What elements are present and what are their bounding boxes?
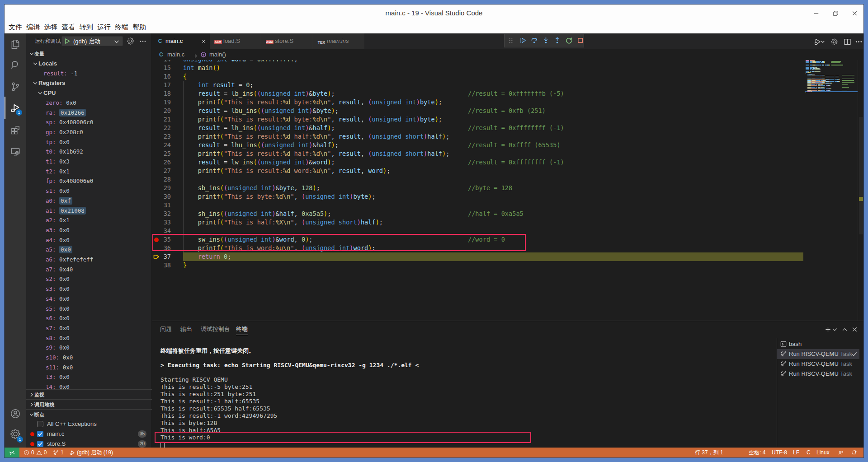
variable-row-a0[interactable]: a0: 0xf (26, 196, 152, 206)
tab-load.S[interactable]: ASMload.S (210, 33, 261, 49)
activitybar-source-control[interactable] (5, 76, 26, 98)
variable-row-a3[interactable]: a3: 0x0 (26, 225, 152, 235)
chevron-up-button[interactable] (840, 325, 849, 333)
activitybar-extensions[interactable] (5, 119, 26, 141)
status-debug-session[interactable]: (gdb) 启动 (19) (69, 448, 113, 457)
variable-row-t2[interactable]: t2: 0x1 (26, 167, 152, 177)
step-into-button[interactable] (542, 37, 549, 44)
step-out-button[interactable] (554, 37, 561, 44)
terminal-item-Run RISCV-QEMU[interactable]: Run RISCV-QEMU Task (777, 349, 859, 359)
variable-row-s2[interactable]: s2: 0x0 (26, 274, 152, 284)
section-callstack[interactable]: 调用堆栈 (26, 399, 152, 409)
activitybar-explorer[interactable] (5, 33, 26, 55)
launch-config-dropdown[interactable]: (gdb) 启动 (61, 36, 123, 46)
panel-tab-终端[interactable]: 终端 (236, 321, 248, 337)
terminal-item-Run RISCV-QEMU[interactable]: Run RISCV-QEMU Task (777, 359, 859, 369)
views-more-icon[interactable] (139, 37, 146, 45)
gear-button[interactable] (830, 37, 838, 46)
status-language[interactable]: C (807, 448, 811, 457)
minimap[interactable] (805, 60, 858, 321)
run-or-debug-button[interactable] (812, 37, 826, 46)
restore-button[interactable] (830, 8, 840, 18)
variable-row-fp[interactable]: fp: 0x408006e0 (26, 176, 152, 186)
status-eol[interactable]: LF (793, 448, 799, 457)
activitybar-settings[interactable]: 1 (5, 423, 26, 445)
debug-settings-gear-icon[interactable] (127, 37, 134, 45)
status-indentation[interactable]: 空格: 4 (749, 448, 765, 457)
variable-row-t4[interactable]: t4: 0x0 (26, 382, 152, 389)
status-problems[interactable]: 00 (24, 448, 47, 457)
status-notifications[interactable] (851, 448, 857, 457)
breadcrumb-item[interactable]: main.c (167, 49, 184, 60)
start-debug-icon[interactable] (64, 37, 71, 45)
status-feedback[interactable] (838, 448, 844, 457)
tree-group-Registers[interactable]: Registers (26, 78, 152, 88)
tree-group-CPU[interactable]: CPU (26, 88, 152, 98)
variable-row-s10[interactable]: s10: 0x0 (26, 353, 152, 363)
variable-row-a5[interactable]: a5: 0x0 (26, 245, 152, 255)
breakpoint-row-main.c[interactable]: main.c35 (26, 429, 152, 439)
close-tab-icon[interactable] (200, 38, 207, 45)
split-editor-button[interactable] (843, 37, 851, 46)
code-editor[interactable]: 14unsigned int word = 0xffffffff;15int m… (152, 60, 809, 321)
variable-row-tp[interactable]: tp: 0x0 (26, 137, 152, 147)
checkbox-checked[interactable] (37, 441, 43, 447)
remote-indicator[interactable] (5, 448, 19, 457)
status-cursor-position[interactable]: 行 37，列 1 (695, 448, 723, 457)
overview-ruler[interactable] (858, 60, 863, 321)
tab-main.c[interactable]: Cmain.c (152, 33, 210, 49)
stop-button[interactable] (577, 37, 584, 44)
checkbox-checked[interactable] (37, 431, 43, 437)
status-encoding[interactable]: UTF-8 (772, 448, 787, 457)
activitybar-account[interactable] (5, 403, 26, 425)
variable-row-s7[interactable]: s7: 0x0 (26, 323, 152, 333)
variable-row-s5[interactable]: s5: 0x0 (26, 304, 152, 314)
minimize-button[interactable] (811, 8, 821, 18)
menu-编辑[interactable]: 编辑 (25, 22, 41, 33)
chevron-down-button[interactable] (830, 325, 839, 333)
step-over-button[interactable] (531, 37, 538, 44)
menu-运行[interactable]: 运行 (96, 22, 112, 33)
section-breakpoints[interactable]: 断点 (26, 409, 152, 419)
tab-main.ins[interactable]: TEXmain.ins (313, 33, 365, 49)
variable-row-s11[interactable]: s11: 0x0 (26, 363, 152, 373)
variable-row-s4[interactable]: s4: 0x0 (26, 294, 152, 304)
menu-帮助[interactable]: 帮助 (132, 22, 147, 33)
restart-button[interactable] (566, 37, 572, 44)
menu-选择[interactable]: 选择 (43, 22, 58, 33)
menu-查看[interactable]: 查看 (61, 22, 76, 33)
section-variables[interactable]: 变量 (26, 49, 152, 59)
close-window-button[interactable] (849, 8, 859, 18)
terminal-item-bash[interactable]: bash (777, 339, 859, 349)
panel-tab-输出[interactable]: 输出 (180, 321, 192, 337)
variable-row-a2[interactable]: a2: 0x1 (26, 215, 152, 225)
breakpoint-row-store.S[interactable]: store.S20 (26, 439, 152, 448)
section-watch[interactable]: 监视 (26, 389, 152, 399)
close-panel-button[interactable] (850, 325, 859, 333)
variable-row-s9[interactable]: s9: 0x0 (26, 343, 152, 353)
breakpoint-row-All C++ Exceptions[interactable]: All C++ Exceptions (26, 419, 152, 429)
variable-row-ra[interactable]: ra: 0x10266 (26, 108, 152, 118)
variable-row-s1[interactable]: s1: 0x0 (26, 186, 152, 196)
variable-row-sp[interactable]: sp: 0x408006c0 (26, 117, 152, 127)
variable-row-a1[interactable]: a1: 0x21008 (26, 206, 152, 216)
more-button[interactable] (854, 37, 863, 46)
breadcrumb-item[interactable]: main() (209, 49, 226, 60)
variable-row-a4[interactable]: a4: 0x0 (26, 235, 152, 245)
menu-文件[interactable]: 文件 (8, 22, 23, 33)
panel-tab-问题[interactable]: 问题 (160, 321, 172, 337)
variable-row-gp[interactable]: gp: 0x208c0 (26, 127, 152, 137)
variable-row-zero[interactable]: zero: 0x0 (26, 98, 152, 108)
continue-button[interactable] (519, 37, 526, 44)
variable-row-t1[interactable]: t1: 0x3 (26, 157, 152, 167)
variable-row-t3[interactable]: t3: 0x0 (26, 372, 152, 382)
menu-转到[interactable]: 转到 (79, 22, 94, 33)
terminal-output[interactable]: 终端将被任务重用，按任意键关闭。 > Executing task: echo … (160, 347, 775, 441)
variable-row-s6[interactable]: s6: 0x0 (26, 313, 152, 323)
variable-row-s8[interactable]: s8: 0x0 (26, 333, 152, 343)
tree-group-Locals[interactable]: Locals (26, 59, 152, 69)
terminal-item-Run RISCV-QEMU[interactable]: Run RISCV-QEMU Task (777, 369, 859, 379)
checkbox-unchecked[interactable] (37, 421, 43, 427)
activitybar-run-debug[interactable]: 1 (5, 98, 26, 119)
activitybar-remote-explorer[interactable] (5, 141, 26, 163)
